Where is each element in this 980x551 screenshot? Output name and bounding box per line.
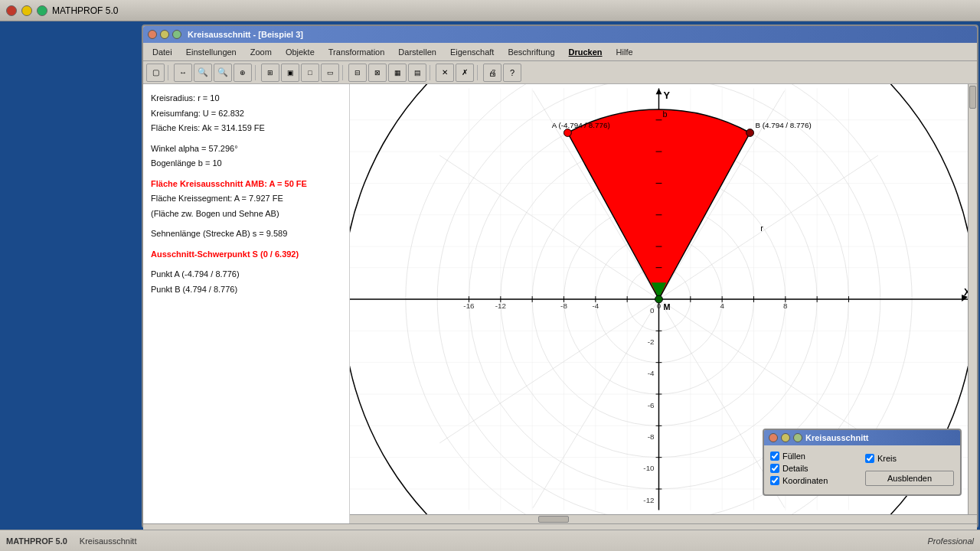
svg-text:-10: -10 <box>643 464 655 472</box>
tb-move-btn[interactable]: ↔ <box>174 64 192 82</box>
tb-sep-2 <box>255 65 258 80</box>
tb-pointer-btn[interactable]: ▢ <box>146 64 165 82</box>
menu-beschriftung[interactable]: Beschriftung <box>501 46 560 58</box>
svg-text:B (4.794 / 8.776): B (4.794 / 8.776) <box>755 121 811 129</box>
svg-text:-12: -12 <box>643 496 654 504</box>
svg-text:0: 0 <box>650 306 655 315</box>
info-bogenlaenge: Bogenlänge b = 10 <box>151 157 341 170</box>
info-schwerpunkt: Ausschnitt-Schwerpunkt S (0 / 6.392) <box>151 248 341 261</box>
menu-drucken[interactable]: Drucken <box>563 46 609 58</box>
tb-table-btn[interactable]: ⊟ <box>348 64 367 82</box>
minimize-button[interactable] <box>21 5 32 16</box>
kreis-row: Kreis <box>865 454 954 463</box>
details-row: Details <box>770 464 859 473</box>
koordinaten-checkbox[interactable] <box>770 476 779 485</box>
info-flaeche-kreis: Fläche Kreis: Ak = 314.159 FE <box>151 122 341 135</box>
vertical-scrollbar[interactable] <box>968 84 977 523</box>
svg-text:-4: -4 <box>592 302 599 310</box>
kreis-label: Kreis <box>877 454 897 463</box>
tb-zoomreset-btn[interactable]: ⊕ <box>234 64 252 82</box>
menu-hilfe[interactable]: Hilfe <box>610 46 639 58</box>
bottom-bar: MATHPROF 5.0 Kreisausschnitt Professiona… <box>0 530 980 551</box>
tb-col-btn[interactable]: ▦ <box>388 64 407 82</box>
svg-text:M: M <box>663 302 670 311</box>
maximize-button[interactable] <box>37 5 47 16</box>
menu-darstellen[interactable]: Darstellen <box>392 46 443 58</box>
details-checkbox[interactable] <box>770 464 779 473</box>
tb-zoomin-btn[interactable]: 🔍 <box>194 64 212 82</box>
tb-x-btn[interactable]: ✕ <box>436 64 454 82</box>
tb-sep-1 <box>168 65 171 80</box>
tb-rect2-btn[interactable]: ▭ <box>321 64 339 82</box>
kreis-checkbox[interactable] <box>865 454 874 463</box>
kreis-min-btn[interactable] <box>781 433 790 442</box>
kreis-panel-title-text: Kreisausschnitt <box>805 433 869 442</box>
tb-sep-4 <box>430 65 433 80</box>
svg-text:A (-4.794 / 8.776): A (-4.794 / 8.776) <box>552 121 610 129</box>
tb-help-btn[interactable]: ? <box>503 64 521 82</box>
svg-text:b: b <box>662 109 667 119</box>
details-label: Details <box>782 464 808 473</box>
fuellen-checkbox[interactable] <box>770 452 779 461</box>
sub-max-button[interactable] <box>172 30 181 39</box>
bottom-tab: Kreisausschnitt <box>80 536 137 546</box>
tb-sep-5 <box>477 65 480 80</box>
sub-close-button[interactable] <box>148 30 157 39</box>
ausblenden-button[interactable]: Ausblenden <box>865 471 954 486</box>
info-winkel: Winkel alpha = 57.296° <box>151 142 341 155</box>
menu-bar: Datei Einstellungen Zoom Objekte Transfo… <box>143 43 977 61</box>
tb-frame-btn[interactable]: ▣ <box>281 64 299 82</box>
tb-rect-btn[interactable]: □ <box>301 64 319 82</box>
svg-text:Y: Y <box>663 90 670 101</box>
tb-del-btn[interactable]: ✗ <box>456 64 474 82</box>
kreis-panel-title: Kreisausschnitt <box>764 430 960 445</box>
menu-datei[interactable]: Datei <box>146 46 178 58</box>
close-button[interactable] <box>6 5 17 16</box>
kreis-close-btn[interactable] <box>769 433 778 442</box>
fuellen-label: Füllen <box>782 452 805 461</box>
svg-text:-8: -8 <box>560 302 567 310</box>
info-flaeche-info: (Fläche zw. Bogen und Sehne AB) <box>151 207 341 220</box>
svg-point-73 <box>564 129 571 137</box>
info-sehnenlaenge: Sehnenlänge (Strecke AB) s = 9.589 <box>151 227 341 240</box>
toolbar: ▢ ↔ 🔍 🔍 ⊕ ⊞ ▣ □ ▭ ⊟ ⊠ ▦ ▤ ✕ ✗ 🖨 ? <box>143 61 977 84</box>
fuellen-row: Füllen <box>770 452 859 461</box>
svg-text:-4: -4 <box>648 369 655 377</box>
info-kreisumfang: Kreisumfang: U = 62.832 <box>151 107 341 120</box>
svg-point-75 <box>655 295 663 303</box>
svg-text:-16: -16 <box>463 302 475 310</box>
tb-row-btn[interactable]: ▤ <box>408 64 426 82</box>
menu-objekte[interactable]: Objekte <box>279 46 321 58</box>
bottom-professional: Professional <box>927 536 974 546</box>
tb-table2-btn[interactable]: ⊠ <box>368 64 387 82</box>
sub-window-title: Kreisausschnitt - [Beispiel 3] <box>188 30 303 39</box>
kreis-panel-content: Füllen Details Koordinaten Kreis Ausblen… <box>764 445 960 494</box>
kreis-left-options: Füllen Details Koordinaten <box>770 452 859 488</box>
svg-point-74 <box>746 129 754 137</box>
sub-min-button[interactable] <box>160 30 169 39</box>
info-flaeche-ausschnitt: Fläche Kreisausschnitt AMB: A = 50 FE <box>151 178 341 191</box>
svg-text:-8: -8 <box>648 432 655 441</box>
main-window: Kreisausschnitt - [Beispiel 3] Datei Ein… <box>142 24 978 528</box>
menu-einstellungen[interactable]: Einstellungen <box>180 46 243 58</box>
sub-title-bar: Kreisausschnitt - [Beispiel 3] <box>143 26 977 43</box>
v-scroll-thumb[interactable] <box>969 86 976 109</box>
kreis-max-btn[interactable] <box>793 433 802 442</box>
bottom-app-name: MATHPROF 5.0 <box>6 536 67 546</box>
menu-eigenschaft[interactable]: Eigenschaft <box>444 46 500 58</box>
svg-text:r: r <box>760 223 763 233</box>
koordinaten-row: Koordinaten <box>770 476 859 485</box>
tb-grid-btn[interactable]: ⊞ <box>261 64 279 82</box>
svg-text:-2: -2 <box>648 337 655 346</box>
horizontal-scrollbar[interactable] <box>350 514 977 523</box>
info-panel: Kreisradius: r = 10 Kreisumfang: U = 62.… <box>143 84 350 523</box>
app-title: MATHPROF 5.0 <box>52 5 118 16</box>
tb-print-btn[interactable]: 🖨 <box>483 64 501 82</box>
h-scroll-thumb[interactable] <box>538 516 569 523</box>
menu-zoom[interactable]: Zoom <box>244 46 278 58</box>
svg-text:8: 8 <box>783 302 788 310</box>
svg-text:-12: -12 <box>495 302 506 310</box>
koordinaten-label: Koordinaten <box>782 476 828 485</box>
tb-zoomout-btn[interactable]: 🔍 <box>214 64 232 82</box>
menu-transformation[interactable]: Transformation <box>322 46 391 58</box>
